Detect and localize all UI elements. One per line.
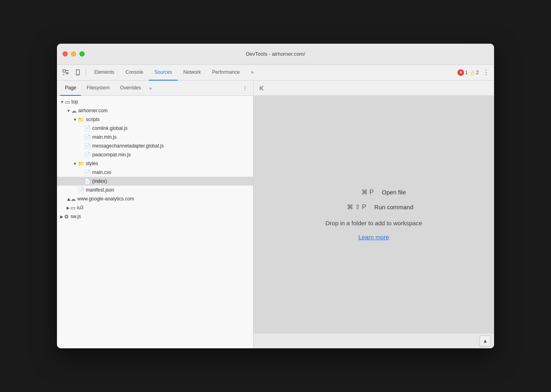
shortcut-run-command: ⌘ ⇧ P Run command <box>334 203 413 211</box>
tree-item-sw-js[interactable]: ▶ ⚙ sw.js <box>57 212 253 221</box>
panel-tab-bar: Page Filesystem Overrides » ⋮ <box>57 81 253 96</box>
console-drawer-button[interactable]: ▲ <box>480 335 491 347</box>
arrow-icon: ▶ <box>60 214 63 219</box>
arrow-icon: ▼ <box>73 162 77 166</box>
file-icon: 📄 <box>84 125 91 131</box>
toolbar-separator <box>86 69 86 77</box>
file-icon: 📄 <box>84 134 91 140</box>
file-icon: 📄 <box>84 170 91 176</box>
tree-item-airhorner[interactable]: ▼ ☁ airhorner.com <box>57 106 253 115</box>
tree-item-comlink[interactable]: 📄 comlink.global.js <box>57 124 253 133</box>
error-count-icon: ✕ <box>458 69 464 76</box>
window-title: DevTools - airhorner.com/ <box>246 51 305 57</box>
shortcut-keys-open: ⌘ P <box>342 188 374 196</box>
panel-tab-more[interactable]: » <box>146 84 154 92</box>
maximize-button[interactable] <box>79 51 85 57</box>
tree-label-index: (index) <box>92 178 250 184</box>
tab-overrides[interactable]: Overrides <box>115 81 146 96</box>
shortcut-label-open: Open file <box>382 189 406 196</box>
tree-label-messagechannel: messagechanneladapter.global.js <box>92 143 250 149</box>
svg-rect-2 <box>77 74 78 74</box>
shortcut-open-file: ⌘ P Open file <box>342 188 406 196</box>
frame-icon: ▭ <box>65 99 70 105</box>
tree-item-index[interactable]: 📄 (index) <box>57 177 253 186</box>
folder-icon: 📁 <box>78 117 84 123</box>
right-panel-bottom: ▲ <box>253 333 494 348</box>
arrow-icon: ▼ <box>73 117 77 122</box>
tree-item-messagechannel[interactable]: 📄 messagechanneladapter.global.js <box>57 141 253 150</box>
tree-item-main-min[interactable]: 📄 main.min.js <box>57 133 253 141</box>
close-button[interactable] <box>63 51 68 57</box>
traffic-lights <box>63 51 85 57</box>
tree-label-scripts: scripts <box>86 117 250 122</box>
arrow-icon: ▼ <box>67 109 71 113</box>
tree-label-manifest: manifest.json <box>86 187 250 193</box>
tree-label-google-analytics: www.google-analytics.com <box>77 196 250 202</box>
svg-rect-0 <box>63 70 65 72</box>
right-panel-content: ⌘ P Open file ⌘ ⇧ P Run command Drop in … <box>253 96 494 333</box>
tree-label-pwacompat: pwacompat.min.js <box>92 152 250 158</box>
tab-sources[interactable]: Sources <box>149 65 178 81</box>
right-panel: ⌘ P Open file ⌘ ⇧ P Run command Drop in … <box>253 81 494 348</box>
arrow-icon: ▶ <box>67 206 70 210</box>
tree-item-iu3[interactable]: ▶ ▭ iu3 <box>57 203 253 212</box>
arrow-icon: ▶ <box>66 197 71 200</box>
main-content: Page Filesystem Overrides » ⋮ ▼ ▭ top ▼ … <box>57 81 494 348</box>
svg-rect-3 <box>260 86 261 90</box>
frame-icon: ▭ <box>71 205 75 211</box>
drop-folder-text: Drop in a folder to add to workspace <box>326 220 422 226</box>
tree-item-main-css[interactable]: 📄 main.css <box>57 168 253 177</box>
warning-count: 2 <box>476 70 479 75</box>
error-badge[interactable]: ✕ 1 <box>458 69 468 76</box>
arrow-icon: ▼ <box>60 100 64 104</box>
panel-tab-dots[interactable]: ⋮ <box>240 83 250 93</box>
inspect-element-button[interactable] <box>60 67 71 78</box>
title-bar: DevTools - airhorner.com/ <box>57 44 494 65</box>
warning-icon: ⚠ <box>470 69 475 76</box>
gear-icon: ⚙ <box>64 214 69 220</box>
learn-more-link[interactable]: Learn more <box>359 234 389 240</box>
back-to-sources-button[interactable] <box>257 83 268 94</box>
toolbar-right: ✕ 1 ⚠ 2 ⋮ <box>458 68 491 77</box>
tab-console[interactable]: Console <box>120 65 149 81</box>
file-icon: 📄 <box>78 187 84 193</box>
file-tree: ▼ ▭ top ▼ ☁ airhorner.com ▼ 📁 scripts <box>57 96 253 348</box>
tree-item-google-analytics[interactable]: ▶ ☁ www.google-analytics.com <box>57 194 253 203</box>
right-toolbar <box>253 81 494 96</box>
tree-label-main-min: main.min.js <box>92 134 250 140</box>
file-icon: 📄 <box>84 143 91 149</box>
tab-elements[interactable]: Elements <box>89 65 120 81</box>
shortcut-label-run: Run command <box>374 204 413 210</box>
tree-label-sw-js: sw.js <box>71 214 250 219</box>
tab-filesystem[interactable]: Filesystem <box>82 81 114 96</box>
shortcut-keys-run: ⌘ ⇧ P <box>334 203 366 211</box>
tree-item-top[interactable]: ▼ ▭ top <box>57 97 253 106</box>
toolbar-more-button[interactable]: ⋮ <box>481 68 491 77</box>
error-count: 1 <box>465 70 468 75</box>
tree-item-styles[interactable]: ▼ 📁 styles <box>57 159 253 168</box>
tree-label-styles: styles <box>86 161 250 166</box>
file-icon: 📄 <box>84 178 91 184</box>
tree-label-airhorner: airhorner.com <box>78 108 250 113</box>
left-panel: Page Filesystem Overrides » ⋮ ▼ ▭ top ▼ … <box>57 81 253 348</box>
tree-item-manifest[interactable]: 📄 manifest.json <box>57 186 253 194</box>
tab-more[interactable]: » <box>245 65 259 81</box>
main-tab-list: Elements Console Sources Network Perform… <box>89 65 457 81</box>
tab-performance[interactable]: Performance <box>207 65 245 81</box>
tree-label-main-css: main.css <box>92 170 250 175</box>
tab-page[interactable]: Page <box>60 81 81 96</box>
tree-label-top: top <box>71 99 250 105</box>
warning-badge[interactable]: ⚠ 2 <box>470 69 479 76</box>
tree-item-pwacompat[interactable]: 📄 pwacompat.min.js <box>57 150 253 159</box>
cloud-icon: ☁ <box>71 196 76 202</box>
main-toolbar: Elements Console Sources Network Perform… <box>57 65 494 81</box>
tree-item-scripts[interactable]: ▼ 📁 scripts <box>57 115 253 124</box>
file-icon: 📄 <box>84 152 91 158</box>
tree-label-comlink: comlink.global.js <box>92 125 250 131</box>
tab-network[interactable]: Network <box>178 65 207 81</box>
device-toolbar-button[interactable] <box>72 67 83 78</box>
tree-label-iu3: iu3 <box>77 205 250 210</box>
devtools-window: DevTools - airhorner.com/ Elements Conso… <box>57 44 494 348</box>
cloud-icon: ☁ <box>71 108 77 114</box>
minimize-button[interactable] <box>71 51 76 57</box>
